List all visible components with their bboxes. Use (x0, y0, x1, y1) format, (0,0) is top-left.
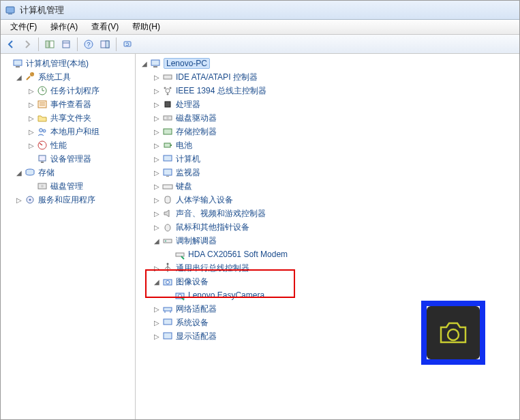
svg-rect-12 (16, 66, 20, 68)
right-pane[interactable]: ◢ Lenovo-PC ▷IDE ATA/ATAPI 控制器 ▷IEEE 139… (136, 54, 519, 419)
dev-monitor[interactable]: ▷监视器 (152, 166, 515, 179)
sound-icon (162, 208, 173, 219)
dev-imaging[interactable]: ◢图像设备 (152, 275, 515, 288)
svg-rect-42 (164, 169, 172, 175)
left-pane[interactable]: ▷ 计算机管理(本地) ◢ 系统工具 ▷任务计划程序 (1, 54, 136, 419)
expand-icon[interactable]: ▷ (152, 318, 162, 327)
expand-icon[interactable]: ▷ (14, 195, 24, 205)
dev-modem-item[interactable]: ▷HDA CX20561 Soft Modem (164, 247, 515, 261)
tree-services-apps[interactable]: ▷服务和应用程序 (14, 193, 134, 207)
camera-icon (437, 319, 470, 346)
event-icon (37, 99, 48, 110)
expand-icon[interactable]: ▷ (152, 154, 162, 164)
dev-cpu[interactable]: ▷处理器 (152, 97, 515, 111)
tree-shared-folders[interactable]: ▷共享文件夹 (27, 111, 134, 125)
expand-icon[interactable]: ▷ (27, 140, 36, 150)
tree-device-manager[interactable]: ▷设备管理器 (27, 152, 134, 166)
show-hide-tree-button[interactable] (42, 37, 57, 52)
usb-icon (162, 262, 173, 273)
folder-share-icon (37, 112, 48, 123)
expand-icon[interactable]: ▷ (152, 222, 162, 232)
svg-rect-0 (6, 7, 14, 13)
expand-icon[interactable]: ▷ (152, 140, 162, 150)
dev-label: IDE ATA/ATAPI 控制器 (176, 72, 258, 83)
dev-hid[interactable]: ▷人体学输入设备 (152, 193, 515, 207)
dev-label: IEEE 1394 总线主控制器 (176, 85, 266, 97)
tree-label: 系统工具 (38, 72, 71, 83)
disk-icon (37, 181, 48, 192)
expand-icon[interactable]: ▷ (27, 100, 36, 109)
expand-icon[interactable]: ▷ (27, 127, 36, 136)
menu-view[interactable]: 查看(V) (85, 20, 125, 34)
tree-root-local[interactable]: ▷ 计算机管理(本地) (2, 57, 134, 70)
collapse-icon[interactable]: ◢ (140, 59, 149, 68)
collapse-icon[interactable]: ◢ (152, 236, 162, 245)
dev-storagectl[interactable]: ▷存储控制器 (152, 125, 515, 138)
users-icon (37, 126, 48, 137)
tree-label: 任务计划程序 (50, 85, 100, 97)
tree-local-users[interactable]: ▷本地用户和组 (27, 125, 134, 138)
dev-computer[interactable]: ▷计算机 (152, 152, 515, 166)
expand-icon[interactable]: ▷ (152, 72, 162, 82)
collapse-icon[interactable]: ◢ (14, 168, 24, 177)
dev-sound[interactable]: ▷声音、视频和游戏控制器 (152, 207, 515, 220)
tree-disk-mgmt[interactable]: ▷磁盘管理 (27, 179, 134, 193)
menu-help[interactable]: 帮助(H) (125, 20, 167, 34)
expand-icon[interactable]: ▷ (27, 86, 36, 95)
dev-modem[interactable]: ◢调制解调器 (152, 234, 515, 247)
expand-icon[interactable]: ▷ (27, 113, 36, 123)
dev-mouse[interactable]: ▷鼠标和其他指针设备 (152, 220, 515, 234)
expand-icon[interactable]: ▷ (152, 263, 162, 273)
collapse-icon[interactable]: ◢ (152, 277, 162, 286)
svg-point-19 (43, 130, 46, 132)
svg-point-34 (167, 93, 169, 95)
menu-file[interactable]: 文件(F) (3, 20, 44, 34)
toolbar-separator (116, 38, 117, 51)
dev-label: 图像设备 (176, 276, 209, 288)
forward-button[interactable] (20, 37, 35, 52)
tree-label: 性能 (50, 140, 67, 151)
toolbar-separator (38, 38, 39, 51)
svg-rect-41 (164, 155, 172, 161)
collapse-icon[interactable]: ◢ (14, 72, 24, 82)
dev-imaging-item[interactable]: ▷Lenovo EasyCamera (164, 288, 515, 302)
expand-icon[interactable]: ▷ (152, 209, 162, 218)
expand-icon[interactable]: ▷ (152, 113, 162, 123)
svg-point-31 (166, 89, 170, 93)
tree-task-scheduler[interactable]: ▷任务计划程序 (27, 84, 134, 97)
svg-rect-55 (164, 308, 172, 311)
tree-storage[interactable]: ◢ 存储 (14, 166, 134, 179)
expand-icon[interactable]: ▷ (152, 195, 162, 205)
expand-icon[interactable]: ▷ (152, 304, 162, 314)
refresh-button[interactable] (120, 37, 135, 52)
storagectl-icon (162, 126, 173, 137)
expand-icon[interactable]: ▷ (152, 168, 162, 177)
expand-icon[interactable]: ▷ (152, 86, 162, 95)
perf-icon (37, 140, 48, 151)
svg-rect-47 (164, 239, 172, 243)
dev-battery[interactable]: ▷电池 (152, 138, 515, 152)
tree-label: 存储 (38, 167, 55, 179)
menu-action[interactable]: 操作(A) (44, 20, 85, 34)
svg-rect-45 (165, 196, 170, 203)
expand-icon[interactable]: ▷ (152, 100, 162, 109)
dev-ieee1394[interactable]: ▷IEEE 1394 总线主控制器 (152, 84, 515, 97)
svg-rect-22 (41, 162, 44, 163)
expand-icon[interactable]: ▷ (152, 331, 162, 341)
dev-diskdrive[interactable]: ▷磁盘驱动器 (152, 111, 515, 125)
dev-keyboard[interactable]: ▷键盘 (152, 179, 515, 193)
help-button[interactable]: ? (81, 37, 96, 52)
dev-label: 网络适配器 (176, 303, 217, 315)
action-pane-button[interactable] (97, 37, 112, 52)
back-button[interactable] (3, 37, 18, 52)
expand-icon[interactable]: ▷ (152, 181, 162, 191)
tree-performance[interactable]: ▷性能 (27, 138, 134, 152)
expand-icon[interactable]: ▷ (152, 127, 162, 136)
tree-system-tools[interactable]: ◢ 系统工具 (14, 70, 134, 84)
properties-button[interactable] (59, 37, 74, 52)
tree-event-viewer[interactable]: ▷事件查看器 (27, 97, 134, 111)
dev-ide[interactable]: ▷IDE ATA/ATAPI 控制器 (152, 70, 515, 84)
device-root[interactable]: ◢ Lenovo-PC (140, 57, 515, 70)
svg-point-32 (164, 87, 166, 89)
dev-usb[interactable]: ▷通用串行总线控制器 (152, 261, 515, 275)
